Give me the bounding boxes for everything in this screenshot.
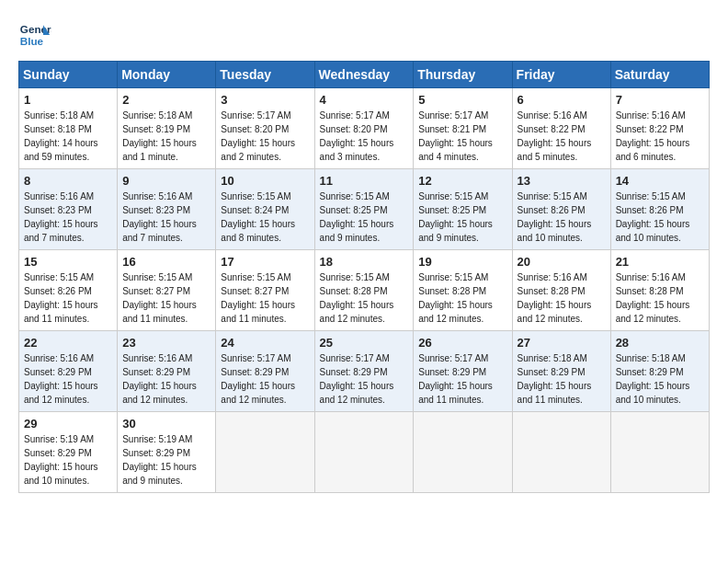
calendar-week-row: 15Sunrise: 5:15 AM Sunset: 8:26 PM Dayli… bbox=[19, 250, 710, 331]
page-header: General Blue bbox=[18, 18, 710, 52]
calendar-week-row: 22Sunrise: 5:16 AM Sunset: 8:29 PM Dayli… bbox=[19, 331, 710, 412]
day-number: 28 bbox=[616, 336, 704, 350]
calendar-week-row: 1Sunrise: 5:18 AM Sunset: 8:18 PM Daylig… bbox=[19, 88, 710, 169]
day-info: Sunrise: 5:18 AM Sunset: 8:18 PM Dayligh… bbox=[24, 109, 112, 164]
day-number: 26 bbox=[418, 336, 506, 350]
calendar-day-6: 6Sunrise: 5:16 AM Sunset: 8:22 PM Daylig… bbox=[512, 88, 610, 169]
day-number: 2 bbox=[122, 93, 210, 107]
calendar-header-saturday: Saturday bbox=[610, 62, 709, 88]
day-info: Sunrise: 5:15 AM Sunset: 8:27 PM Dayligh… bbox=[221, 270, 309, 326]
day-number: 22 bbox=[24, 336, 112, 350]
calendar-day-24: 24Sunrise: 5:17 AM Sunset: 8:29 PM Dayli… bbox=[216, 331, 314, 412]
calendar-day-22: 22Sunrise: 5:16 AM Sunset: 8:29 PM Dayli… bbox=[19, 331, 118, 412]
day-number: 1 bbox=[24, 93, 112, 107]
day-info: Sunrise: 5:15 AM Sunset: 8:28 PM Dayligh… bbox=[418, 270, 506, 326]
calendar-day-23: 23Sunrise: 5:16 AM Sunset: 8:29 PM Dayli… bbox=[118, 331, 216, 412]
calendar-day-18: 18Sunrise: 5:15 AM Sunset: 8:28 PM Dayli… bbox=[314, 250, 414, 331]
day-info: Sunrise: 5:17 AM Sunset: 8:20 PM Dayligh… bbox=[320, 109, 409, 164]
day-number: 27 bbox=[518, 336, 606, 350]
calendar-header-wednesday: Wednesday bbox=[314, 62, 414, 88]
day-info: Sunrise: 5:17 AM Sunset: 8:29 PM Dayligh… bbox=[221, 351, 309, 407]
calendar-week-row: 8Sunrise: 5:16 AM Sunset: 8:23 PM Daylig… bbox=[19, 169, 710, 250]
logo: General Blue bbox=[18, 18, 51, 52]
day-number: 11 bbox=[320, 174, 409, 188]
calendar-day-4: 4Sunrise: 5:17 AM Sunset: 8:20 PM Daylig… bbox=[314, 88, 414, 169]
calendar-day-9: 9Sunrise: 5:16 AM Sunset: 8:23 PM Daylig… bbox=[118, 169, 216, 250]
day-number: 30 bbox=[122, 417, 210, 431]
day-number: 9 bbox=[122, 174, 210, 188]
calendar-day-25: 25Sunrise: 5:17 AM Sunset: 8:29 PM Dayli… bbox=[314, 331, 414, 412]
day-info: Sunrise: 5:15 AM Sunset: 8:26 PM Dayligh… bbox=[24, 270, 112, 326]
day-info: Sunrise: 5:16 AM Sunset: 8:23 PM Dayligh… bbox=[122, 190, 210, 245]
calendar-day-empty bbox=[216, 412, 314, 493]
day-number: 10 bbox=[221, 174, 309, 188]
calendar-day-2: 2Sunrise: 5:18 AM Sunset: 8:19 PM Daylig… bbox=[118, 88, 216, 169]
svg-text:Blue: Blue bbox=[20, 35, 44, 47]
day-info: Sunrise: 5:16 AM Sunset: 8:23 PM Dayligh… bbox=[24, 190, 112, 245]
calendar-day-1: 1Sunrise: 5:18 AM Sunset: 8:18 PM Daylig… bbox=[19, 88, 118, 169]
day-info: Sunrise: 5:16 AM Sunset: 8:28 PM Dayligh… bbox=[518, 270, 606, 326]
day-number: 23 bbox=[122, 336, 210, 350]
day-info: Sunrise: 5:16 AM Sunset: 8:29 PM Dayligh… bbox=[24, 351, 112, 407]
calendar-day-28: 28Sunrise: 5:18 AM Sunset: 8:29 PM Dayli… bbox=[610, 331, 709, 412]
day-number: 16 bbox=[122, 255, 210, 269]
calendar-header-friday: Friday bbox=[512, 62, 610, 88]
calendar-day-21: 21Sunrise: 5:16 AM Sunset: 8:28 PM Dayli… bbox=[610, 250, 709, 331]
day-info: Sunrise: 5:17 AM Sunset: 8:29 PM Dayligh… bbox=[418, 351, 506, 407]
day-info: Sunrise: 5:17 AM Sunset: 8:20 PM Dayligh… bbox=[221, 109, 309, 164]
day-number: 18 bbox=[320, 255, 409, 269]
day-number: 15 bbox=[24, 255, 112, 269]
calendar-header-tuesday: Tuesday bbox=[216, 62, 314, 88]
day-number: 21 bbox=[616, 255, 704, 269]
day-info: Sunrise: 5:15 AM Sunset: 8:27 PM Dayligh… bbox=[122, 270, 210, 326]
calendar-table: SundayMondayTuesdayWednesdayThursdayFrid… bbox=[18, 61, 710, 493]
day-number: 6 bbox=[518, 93, 606, 107]
day-number: 3 bbox=[221, 93, 309, 107]
calendar-day-29: 29Sunrise: 5:19 AM Sunset: 8:29 PM Dayli… bbox=[19, 412, 118, 493]
day-info: Sunrise: 5:17 AM Sunset: 8:29 PM Dayligh… bbox=[320, 351, 409, 407]
day-info: Sunrise: 5:18 AM Sunset: 8:29 PM Dayligh… bbox=[518, 351, 606, 407]
calendar-day-27: 27Sunrise: 5:18 AM Sunset: 8:29 PM Dayli… bbox=[512, 331, 610, 412]
calendar-day-3: 3Sunrise: 5:17 AM Sunset: 8:20 PM Daylig… bbox=[216, 88, 314, 169]
day-info: Sunrise: 5:19 AM Sunset: 8:29 PM Dayligh… bbox=[122, 432, 210, 488]
day-number: 17 bbox=[221, 255, 309, 269]
day-info: Sunrise: 5:17 AM Sunset: 8:21 PM Dayligh… bbox=[418, 109, 506, 164]
logo-icon: General Blue bbox=[18, 18, 51, 52]
day-info: Sunrise: 5:16 AM Sunset: 8:22 PM Dayligh… bbox=[518, 109, 606, 164]
day-info: Sunrise: 5:15 AM Sunset: 8:26 PM Dayligh… bbox=[518, 190, 606, 245]
calendar-day-11: 11Sunrise: 5:15 AM Sunset: 8:25 PM Dayli… bbox=[314, 169, 414, 250]
calendar-day-14: 14Sunrise: 5:15 AM Sunset: 8:26 PM Dayli… bbox=[610, 169, 709, 250]
day-number: 7 bbox=[616, 93, 704, 107]
calendar-day-10: 10Sunrise: 5:15 AM Sunset: 8:24 PM Dayli… bbox=[216, 169, 314, 250]
day-info: Sunrise: 5:18 AM Sunset: 8:29 PM Dayligh… bbox=[616, 351, 704, 407]
calendar-day-empty bbox=[414, 412, 512, 493]
calendar-day-16: 16Sunrise: 5:15 AM Sunset: 8:27 PM Dayli… bbox=[118, 250, 216, 331]
day-number: 14 bbox=[616, 174, 704, 188]
day-number: 24 bbox=[221, 336, 309, 350]
calendar-header-monday: Monday bbox=[118, 62, 216, 88]
calendar-header-sunday: Sunday bbox=[19, 62, 118, 88]
calendar-day-7: 7Sunrise: 5:16 AM Sunset: 8:22 PM Daylig… bbox=[610, 88, 709, 169]
day-info: Sunrise: 5:15 AM Sunset: 8:24 PM Dayligh… bbox=[221, 190, 309, 245]
day-info: Sunrise: 5:16 AM Sunset: 8:29 PM Dayligh… bbox=[122, 351, 210, 407]
day-number: 8 bbox=[24, 174, 112, 188]
calendar-day-empty bbox=[610, 412, 709, 493]
day-number: 20 bbox=[518, 255, 606, 269]
day-number: 5 bbox=[418, 93, 506, 107]
calendar-day-empty bbox=[512, 412, 610, 493]
calendar-header-row: SundayMondayTuesdayWednesdayThursdayFrid… bbox=[19, 62, 710, 88]
calendar-day-30: 30Sunrise: 5:19 AM Sunset: 8:29 PM Dayli… bbox=[118, 412, 216, 493]
calendar-header-thursday: Thursday bbox=[414, 62, 512, 88]
calendar-day-12: 12Sunrise: 5:15 AM Sunset: 8:25 PM Dayli… bbox=[414, 169, 512, 250]
day-info: Sunrise: 5:19 AM Sunset: 8:29 PM Dayligh… bbox=[24, 432, 112, 488]
day-info: Sunrise: 5:16 AM Sunset: 8:22 PM Dayligh… bbox=[616, 109, 704, 164]
day-number: 13 bbox=[518, 174, 606, 188]
calendar-day-26: 26Sunrise: 5:17 AM Sunset: 8:29 PM Dayli… bbox=[414, 331, 512, 412]
day-info: Sunrise: 5:15 AM Sunset: 8:25 PM Dayligh… bbox=[418, 190, 506, 245]
day-number: 4 bbox=[320, 93, 409, 107]
calendar-day-15: 15Sunrise: 5:15 AM Sunset: 8:26 PM Dayli… bbox=[19, 250, 118, 331]
calendar-day-17: 17Sunrise: 5:15 AM Sunset: 8:27 PM Dayli… bbox=[216, 250, 314, 331]
day-number: 29 bbox=[24, 417, 112, 431]
day-info: Sunrise: 5:15 AM Sunset: 8:26 PM Dayligh… bbox=[616, 190, 704, 245]
day-number: 25 bbox=[320, 336, 409, 350]
